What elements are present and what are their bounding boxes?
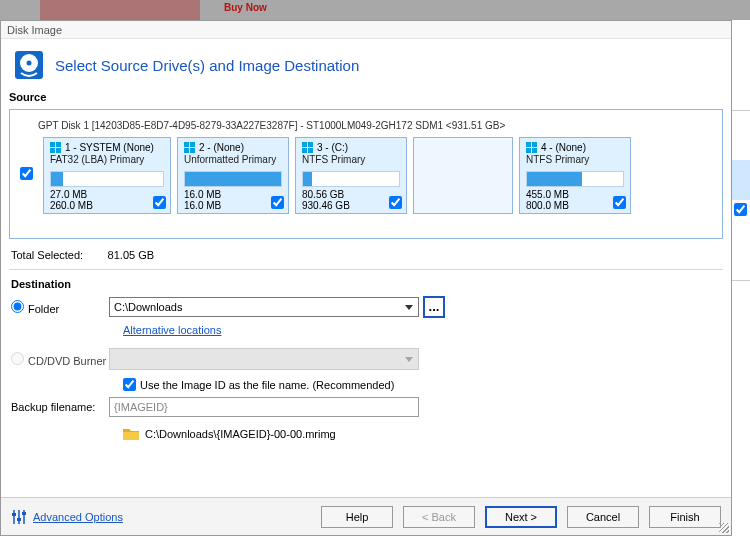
- usage-bar: [50, 171, 164, 187]
- partition-stats: 80.56 GB930.46 GB: [302, 189, 400, 211]
- folder-radio[interactable]: [11, 300, 24, 313]
- use-imageid-label: Use the Image ID as the file name. (Reco…: [140, 379, 394, 391]
- windows-icon: [526, 142, 537, 153]
- background-strip: [732, 20, 750, 536]
- browse-button[interactable]: ...: [423, 296, 445, 318]
- usage-bar: [184, 171, 282, 187]
- window-title: Disk Image: [1, 21, 731, 39]
- windows-icon: [302, 142, 313, 153]
- advanced-options-link[interactable]: Advanced Options: [11, 509, 123, 525]
- backup-filename-input[interactable]: [109, 397, 419, 417]
- back-button: < Back: [403, 506, 475, 528]
- partition-checkbox[interactable]: [271, 196, 284, 209]
- burner-label: CD/DVD Burner: [28, 355, 106, 367]
- folder-icon: [123, 427, 139, 441]
- cancel-button[interactable]: Cancel: [567, 506, 639, 528]
- partition-type: NTFS Primary: [526, 154, 624, 165]
- app-top-strip: Buy Now: [0, 0, 750, 22]
- windows-icon: [50, 142, 61, 153]
- dialog-footer: Advanced Options Help < Back Next > Canc…: [1, 497, 731, 535]
- backup-filename-label: Backup filename:: [11, 401, 109, 413]
- partition-card[interactable]: 4 - (None)NTFS Primary455.0 MB800.0 MB: [519, 137, 631, 214]
- folder-label: Folder: [28, 303, 59, 315]
- partition-card[interactable]: 2 - (None)Unformatted Primary16.0 MB16.0…: [177, 137, 289, 214]
- partition-name: 2 - (None): [199, 142, 244, 153]
- usage-bar: [526, 171, 624, 187]
- svg-point-2: [27, 61, 32, 66]
- svg-rect-7: [17, 518, 21, 521]
- folder-path-input[interactable]: [109, 297, 419, 317]
- help-button[interactable]: Help: [321, 506, 393, 528]
- partition-card[interactable]: 3 - (C:)NTFS Primary80.56 GB930.46 GB: [295, 137, 407, 214]
- partition-type: FAT32 (LBA) Primary: [50, 154, 164, 165]
- sliders-icon: [11, 509, 27, 525]
- partition-stats: 27.0 MB260.0 MB: [50, 189, 164, 211]
- resize-grip[interactable]: [719, 523, 729, 533]
- disk-summary: GPT Disk 1 [14203D85-E8D7-4D95-8279-33A2…: [38, 120, 714, 131]
- disk-checkbox[interactable]: [20, 167, 33, 180]
- partition-stats: 16.0 MB16.0 MB: [184, 189, 282, 211]
- disk-image-icon: [13, 49, 45, 81]
- dialog-title: Select Source Drive(s) and Image Destina…: [55, 57, 359, 74]
- output-fullpath: C:\Downloads\{IMAGEID}-00-00.mrimg: [145, 428, 336, 440]
- destination-section-label: Destination: [11, 276, 721, 292]
- buy-now-link[interactable]: Buy Now: [224, 2, 267, 13]
- partition-type: Unformatted Primary: [184, 154, 282, 165]
- partition-gap: [413, 137, 513, 214]
- partition-name: 3 - (C:): [317, 142, 348, 153]
- svg-rect-6: [12, 513, 16, 516]
- finish-button[interactable]: Finish: [649, 506, 721, 528]
- partition-checkbox[interactable]: [613, 196, 626, 209]
- svg-rect-8: [22, 512, 26, 515]
- burner-select: [109, 348, 419, 370]
- usage-bar: [302, 171, 400, 187]
- bg-checkbox[interactable]: [734, 203, 747, 216]
- source-section-label: Source: [1, 89, 731, 105]
- dialog-header: Select Source Drive(s) and Image Destina…: [1, 39, 731, 89]
- windows-icon: [184, 142, 195, 153]
- partition-name: 4 - (None): [541, 142, 586, 153]
- use-imageid-checkbox[interactable]: [123, 378, 136, 391]
- next-button[interactable]: Next >: [485, 506, 557, 528]
- alternative-locations-link[interactable]: Alternative locations: [123, 324, 221, 336]
- partition-name: 1 - SYSTEM (None): [65, 142, 154, 153]
- dialog-window: Disk Image Select Source Drive(s) and Im…: [0, 20, 732, 536]
- partition-checkbox[interactable]: [153, 196, 166, 209]
- partition-checkbox[interactable]: [389, 196, 402, 209]
- source-box: GPT Disk 1 [14203D85-E8D7-4D95-8279-33A2…: [9, 109, 723, 239]
- partition-card[interactable]: 1 - SYSTEM (None)FAT32 (LBA) Primary27.0…: [43, 137, 171, 214]
- total-selected: Total Selected: 81.05 GB: [1, 239, 731, 269]
- partition-type: NTFS Primary: [302, 154, 400, 165]
- partition-stats: 455.0 MB800.0 MB: [526, 189, 624, 211]
- burner-radio: [11, 352, 24, 365]
